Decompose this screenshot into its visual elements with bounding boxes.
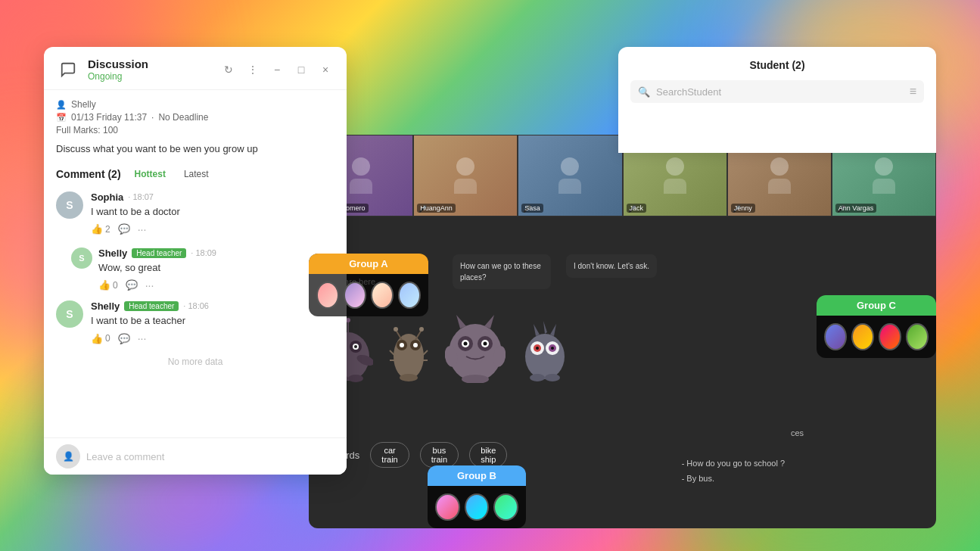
comment-icon: 💬 — [118, 223, 130, 235]
svg-point-16 — [400, 343, 404, 347]
monster-2 — [388, 319, 430, 383]
sophia-text: I want to be a doctor — [91, 205, 334, 219]
minimize-button[interactable]: − — [268, 61, 286, 79]
group-a-avatar-1 — [316, 282, 339, 309]
more-button[interactable]: ⋮ — [244, 61, 262, 79]
comment-sophia-content: Sophia · 18:07 I want to be a doctor 👍 2… — [91, 191, 334, 235]
group-c-avatar-4 — [906, 323, 929, 350]
bb-places-text: ces — [791, 428, 804, 437]
shelly-reply-likes: 0 — [113, 280, 118, 291]
shelly-main-likes: 0 — [105, 333, 110, 344]
svg-point-49 — [530, 374, 545, 381]
panel-body: 👤 Shelly 📅 01/13 Friday 11:37 · No Deadl… — [44, 90, 347, 472]
shelly-reply-time: · 18:09 — [191, 248, 216, 257]
shelly-reply-more[interactable]: ··· — [145, 279, 154, 291]
word-card-bike-ship: bikeship — [469, 442, 507, 468]
group-a-avatar-2 — [344, 282, 366, 309]
svg-point-32 — [464, 342, 468, 346]
group-b-panel: Group B — [428, 465, 526, 528]
student-panel-title: Student (2) — [630, 59, 924, 71]
svg-line-18 — [396, 330, 402, 340]
sophia-like-btn[interactable]: 👍 2 — [91, 223, 110, 235]
group-c-panel: Group C — [817, 295, 936, 358]
shelly-main-more[interactable]: ··· — [138, 332, 147, 344]
dialogue-line1: - How do you go to school ? — [682, 456, 785, 472]
group-b-avatars — [428, 486, 526, 528]
thumb-up-icon-3: 👍 — [91, 333, 103, 344]
shelly-main-actions: 👍 0 💬 ··· — [91, 332, 334, 344]
shelly-reply-like-btn[interactable]: 👍 0 — [98, 279, 118, 291]
meta-user: Shelly — [71, 99, 96, 110]
tab-hottest[interactable]: Hottest — [130, 167, 170, 181]
shelly-main-like-btn[interactable]: 👍 0 — [91, 333, 110, 344]
tab-latest[interactable]: Latest — [179, 167, 213, 181]
sophia-name: Sophia — [91, 191, 123, 203]
search-bar: 🔍 SearchStudent ≡ — [630, 80, 924, 103]
discussion-icon — [56, 58, 80, 82]
refresh-button[interactable]: ↻ — [219, 61, 238, 79]
shelly-main-text: I want to be a teacher — [91, 314, 334, 328]
svg-marker-46 — [534, 324, 540, 336]
shelly-main-author-line: Shelly Head teacher · 18:06 — [91, 300, 334, 312]
svg-point-6 — [354, 345, 357, 348]
svg-point-33 — [484, 342, 487, 346]
search-input[interactable]: SearchStudent — [656, 86, 721, 98]
panel-status: Ongoing — [88, 71, 219, 82]
svg-point-45 — [551, 347, 554, 350]
panel-header: Discussion Ongoing ↻ ⋮ − □ × — [44, 47, 347, 90]
sophia-actions: 👍 2 💬 ··· — [91, 223, 334, 235]
comment-icon-2: 💬 — [126, 279, 138, 291]
thumb-up-icon: 👍 — [91, 223, 103, 235]
svg-point-44 — [536, 347, 539, 350]
leave-comment-placeholder[interactable]: Leave a comment — [86, 451, 164, 462]
video-label-ann: Ann Vargas — [835, 204, 876, 213]
comment-shelly-reply: S Shelly Head teacher · 18:09 Wow, so gr… — [71, 247, 334, 291]
svg-point-17 — [413, 343, 418, 347]
group-c-avatar-3 — [879, 323, 901, 350]
group-c-avatars — [817, 316, 936, 358]
discussion-question: Discuss what you want to be wen you grow… — [56, 142, 334, 157]
group-c-header: Group C — [817, 295, 936, 316]
group-b-header: Group B — [428, 465, 526, 486]
shelly-reply-content: Shelly Head teacher · 18:09 Wow, so grea… — [98, 247, 334, 291]
video-label-jenny: Jenny — [731, 204, 755, 213]
shelly-reply-comment-btn[interactable]: 💬 — [126, 279, 138, 291]
thumb-up-icon-2: 👍 — [98, 279, 110, 291]
bb-bubble1: How can we go to these places? — [453, 254, 551, 289]
dialogue-line2: - By bus. — [682, 472, 785, 487]
maximize-button[interactable]: □ — [292, 61, 310, 79]
meta-user-row: 👤 Shelly — [56, 99, 334, 110]
svg-marker-35 — [484, 315, 494, 328]
avatar-leave: 👤 — [56, 444, 80, 469]
shelly-main-time: · 18:06 — [183, 301, 209, 310]
discussion-panel: Discussion Ongoing ↻ ⋮ − □ × 👤 Shelly 📅 … — [44, 47, 347, 475]
svg-point-26 — [400, 374, 418, 381]
group-b-avatar-2 — [465, 493, 490, 521]
shelly-reply-author-line: Shelly Head teacher · 18:09 — [98, 247, 334, 259]
sophia-reply-btn[interactable]: 💬 — [118, 223, 130, 235]
panel-title: Discussion — [88, 58, 219, 71]
shelly-main-comment-btn[interactable]: 💬 — [118, 333, 130, 344]
shelly-reply-name: Shelly — [98, 247, 127, 259]
leave-comment-area: 👤 Leave a comment — [44, 437, 347, 475]
sophia-more-btn[interactable]: ··· — [138, 223, 147, 235]
group-a-avatar-3 — [371, 282, 394, 309]
svg-point-39 — [525, 334, 565, 379]
group-a-header: Group A — [309, 254, 428, 274]
video-sasa: 🎤 Sasa — [518, 135, 622, 216]
avatar-sophia: S — [56, 191, 83, 219]
meta-deadline: No Deadline — [158, 112, 208, 123]
monster-3 — [445, 307, 506, 383]
comment-sophia: S Sophia · 18:07 I want to be a doctor 👍… — [56, 191, 334, 235]
shelly-reply-actions: 👍 0 💬 ··· — [98, 279, 334, 291]
avatar-shelly-main: S — [56, 300, 83, 328]
shelly-main-badge: Head teacher — [124, 301, 179, 311]
video-label-huangann: HuangAnn — [417, 204, 456, 213]
search-icon: 🔍 — [638, 86, 650, 98]
comment-label: Comment (2) — [56, 168, 121, 180]
close-button[interactable]: × — [316, 61, 334, 79]
list-icon[interactable]: ≡ — [910, 85, 916, 98]
svg-point-20 — [394, 327, 398, 332]
monsters-area — [324, 307, 570, 383]
panel-actions: ↻ ⋮ − □ × — [219, 61, 334, 79]
